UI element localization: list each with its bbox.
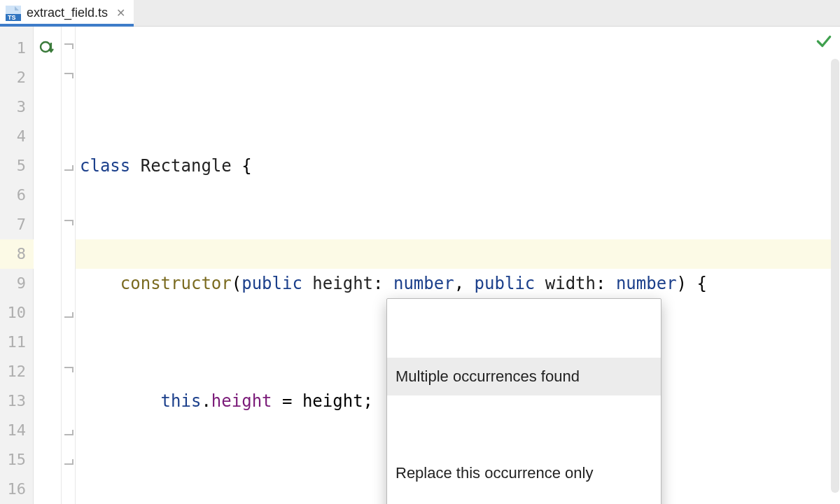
code-line[interactable]: constructor(public height: number, publi…: [80, 269, 840, 298]
line-number[interactable]: 15: [0, 445, 33, 475]
code-line[interactable]: class Rectangle {: [80, 151, 840, 181]
run-class-icon[interactable]: [39, 38, 56, 58]
line-number[interactable]: 2: [0, 63, 33, 92]
line-number[interactable]: 8: [0, 239, 33, 269]
code-area[interactable]: class Rectangle { constructor(public hei…: [76, 27, 840, 504]
fold-close-icon[interactable]: [64, 426, 74, 435]
line-number[interactable]: 4: [0, 122, 33, 151]
fold-close-icon[interactable]: [64, 161, 74, 171]
typescript-file-icon: TS: [6, 6, 21, 21]
line-number[interactable]: 3: [0, 92, 33, 122]
tab-bar: TS extract_field.ts ✕: [0, 0, 840, 27]
fold-open-icon[interactable]: [64, 220, 74, 230]
current-line-highlight: [76, 239, 833, 269]
inspection-ok-icon[interactable]: [815, 32, 833, 53]
fold-open-icon[interactable]: [64, 367, 74, 377]
fold-close-icon[interactable]: [64, 308, 74, 318]
fold-open-icon[interactable]: [64, 43, 74, 53]
svg-text:TS: TS: [8, 14, 16, 21]
annotation-gutter: [34, 27, 62, 504]
occurrences-popup: Multiple occurrences found Replace this …: [386, 298, 662, 504]
line-number[interactable]: 6: [0, 181, 33, 210]
editor: 1 2 3 4 5 6 7 8 9 10 11 12 13 14 15 16: [0, 27, 840, 504]
close-tab-icon[interactable]: ✕: [116, 6, 125, 20]
fold-close-icon[interactable]: [64, 455, 74, 465]
fold-open-icon[interactable]: [64, 73, 74, 83]
line-number[interactable]: 9: [0, 269, 33, 298]
popup-title: Multiple occurrences found: [387, 358, 661, 396]
line-number[interactable]: 14: [0, 416, 33, 445]
line-number[interactable]: 16: [0, 475, 33, 504]
line-number-gutter: 1 2 3 4 5 6 7 8 9 10 11 12 13 14 15 16: [0, 27, 34, 504]
line-number[interactable]: 1: [0, 34, 33, 63]
line-number[interactable]: 10: [0, 298, 33, 328]
line-number[interactable]: 11: [0, 328, 33, 357]
line-number[interactable]: 7: [0, 210, 33, 239]
line-number[interactable]: 12: [0, 357, 33, 386]
popup-item-replace-one[interactable]: Replace this occurrence only: [387, 454, 661, 492]
file-tab[interactable]: TS extract_field.ts ✕: [0, 0, 134, 26]
fold-gutter: [62, 27, 76, 504]
svg-point-3: [41, 42, 50, 52]
line-number[interactable]: 5: [0, 151, 33, 181]
line-number[interactable]: 13: [0, 386, 33, 416]
vertical-scrollbar[interactable]: [831, 59, 839, 493]
tab-filename: extract_field.ts: [27, 6, 108, 20]
